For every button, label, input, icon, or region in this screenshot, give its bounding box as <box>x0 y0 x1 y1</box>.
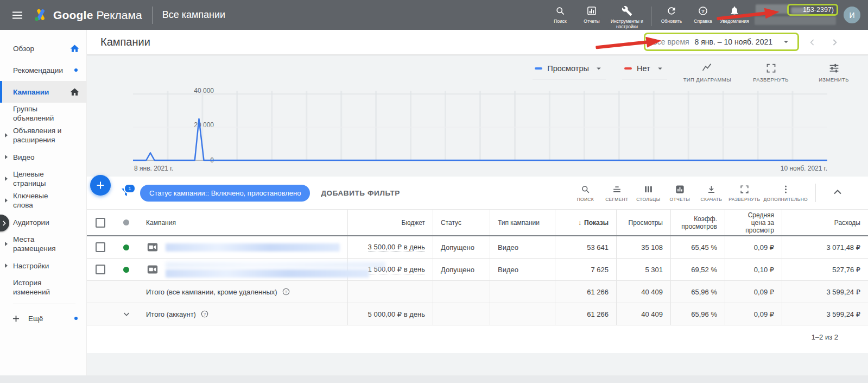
sort-desc-icon: ↓ <box>578 219 581 227</box>
date-prev-button[interactable] <box>807 37 818 48</box>
sidebar-item-4[interactable]: Объявления и расширения <box>0 124 86 146</box>
col-header-1[interactable]: Бюджет <box>347 210 433 235</box>
totals-impressions: 61 266 <box>555 281 616 303</box>
plus-icon <box>94 179 106 191</box>
sidebar-item-2[interactable]: Кампании <box>0 81 86 103</box>
menu-icon[interactable] <box>11 9 24 22</box>
checkbox[interactable] <box>96 218 105 228</box>
topbar-reports-button[interactable]: Отчеты <box>576 5 607 24</box>
expand-account-row-button[interactable] <box>122 309 131 319</box>
tool-search-button[interactable]: ПОИСК <box>571 184 599 202</box>
campaign-name-redacted[interactable] <box>166 262 385 278</box>
sidebar-item-8[interactable]: Аудитории <box>0 211 86 233</box>
tool-label: СЕГМЕНТ <box>605 197 628 202</box>
col-header-4[interactable]: ↓Показы <box>555 210 616 235</box>
campaign-name-redacted[interactable] <box>166 243 340 252</box>
primary-metric-select[interactable]: Просмотры <box>533 61 606 79</box>
topbar-help-button[interactable]: ?Справка <box>687 5 719 24</box>
chart-expand-button[interactable]: РАЗВЕРНУТЬ <box>747 61 794 83</box>
google-ads-logo[interactable] <box>34 8 48 22</box>
col-header-3[interactable]: Тип кампании <box>490 210 555 235</box>
sidebar-item-0[interactable]: Обзор <box>0 37 86 59</box>
filter-chip-campaign-status[interactable]: Статус кампании:: Включено, приостановле… <box>140 185 310 202</box>
tool-expand-button[interactable]: РАЗВЕРНУТЬ <box>728 184 760 202</box>
totals-impressions: 61 266 <box>555 303 616 325</box>
status-enabled-dot[interactable] <box>123 244 129 250</box>
sidebar-item-11[interactable]: История изменений <box>0 277 86 298</box>
sidebar-item-6[interactable]: Целевые страницы <box>0 168 86 190</box>
expand-icon <box>739 184 750 194</box>
video-campaign-icon <box>146 242 159 253</box>
budget-value[interactable]: 3 500,00 ₽ в день <box>368 243 425 252</box>
campaign-row-1[interactable]: 3 500,00 ₽ в день Допущено Видео 53 641 … <box>87 236 868 259</box>
col-header-5[interactable]: Просмотры <box>616 210 670 235</box>
expand-icon <box>765 62 777 74</box>
x-axis-start-label: 8 янв. 2021 г. <box>134 165 173 172</box>
topbar-refresh-button[interactable]: Обновить <box>656 5 687 24</box>
chev-right-glyph <box>829 37 840 48</box>
sidebar-item-label: Объявления и расширения <box>13 126 67 145</box>
secondary-metric-label: Нет <box>637 64 650 73</box>
primary-metric-label: Просмотры <box>547 64 589 73</box>
totals-budget: 5 000,00 ₽ в день <box>347 303 433 325</box>
account-email-redacted <box>755 16 836 25</box>
sidebar-item-label: Обзор <box>13 44 34 53</box>
views-line-chart <box>133 91 827 161</box>
col-header-8[interactable]: Расходы <box>782 210 868 235</box>
tool-more-button[interactable]: ДОПОЛНИТЕЛЬНО <box>764 184 808 202</box>
topbar-search-button[interactable]: Поиск <box>544 5 576 24</box>
chev-right-glyph <box>0 219 8 228</box>
chart-tune-button[interactable]: ИЗМЕНИТЬ <box>810 61 857 83</box>
help-circle-icon: ? <box>282 287 290 296</box>
date-next-button[interactable] <box>829 37 840 48</box>
add-filter-button[interactable]: ДОБАВИТЬ ФИЛЬТР <box>321 189 400 197</box>
select-all-checkbox[interactable] <box>87 210 114 235</box>
secondary-metric-select[interactable]: Нет <box>622 61 667 79</box>
topbar-tools-button[interactable]: Инструменты и настройки <box>607 5 647 29</box>
sidebar-item-10[interactable]: Настройки <box>0 255 86 277</box>
context-title: Все кампании <box>162 9 225 21</box>
filter-funnel-button[interactable]: 1 <box>119 186 132 199</box>
row-checkbox[interactable] <box>96 265 105 274</box>
collapse-toolbar-button[interactable] <box>831 186 844 199</box>
avatar[interactable]: И <box>844 7 860 23</box>
sidebar-item-5[interactable]: Видео <box>0 146 86 168</box>
chev-left-glyph <box>807 37 818 48</box>
impressions-value: 7 625 <box>555 259 616 280</box>
sidebar-item-9[interactable]: Места размещения <box>0 233 86 255</box>
cost-value: 3 071,48 ₽ <box>782 236 868 258</box>
segment-icon <box>612 184 622 194</box>
sidebar-item-7[interactable]: Ключевые слова <box>0 190 86 211</box>
status-enabled-dot[interactable] <box>123 267 129 273</box>
new-campaign-fab[interactable] <box>90 175 111 196</box>
totals-row-2: Итого (аккаунт)? 5 000,00 ₽ в день 61 26… <box>87 303 868 325</box>
tool-reports-filled-button[interactable]: ОТЧЕТЫ <box>666 184 694 202</box>
row-checkbox[interactable] <box>96 242 105 252</box>
campaign-type-value: Видео <box>490 259 555 280</box>
views-value: 35 108 <box>616 236 670 258</box>
account-info[interactable]: 153-2397) <box>753 4 838 27</box>
topbar-bell-button[interactable]: Уведомления <box>719 5 750 24</box>
filter-count-badge: 1 <box>124 184 136 193</box>
sidebar-item-label: История изменений <box>13 278 67 297</box>
date-range: 8 янв. – 10 нояб. 2021 <box>695 37 772 46</box>
col-header-7[interactable]: Средняя цена за просмотр <box>725 210 782 235</box>
sidebar-item-more[interactable]: Ещё <box>0 307 86 329</box>
campaign-row-2[interactable]: 1 500,00 ₽ в день Допущено Видео 7 625 5… <box>87 259 868 281</box>
plus-glyph <box>11 313 21 324</box>
chart-plot-area[interactable] <box>133 91 827 161</box>
tool-segment-button[interactable]: СЕГМЕНТ <box>603 184 631 202</box>
date-range-picker[interactable]: Все время 8 янв. – 10 нояб. 2021 <box>644 33 799 51</box>
col-header-campaign[interactable]: Кампания <box>138 210 347 235</box>
chart-chart-type-button[interactable]: ТИП ДИАГРАММЫ <box>683 61 731 83</box>
col-header-6[interactable]: Коэфф. просмотров <box>670 210 725 235</box>
tool-label: ОТЧЕТЫ <box>670 197 690 202</box>
col-header-2[interactable]: Статус <box>433 210 490 235</box>
tool-download-button[interactable]: СКАЧАТЬ <box>697 184 725 202</box>
sidebar-item-3[interactable]: Группы объявлений <box>0 103 86 124</box>
totals-budget <box>347 281 433 303</box>
sidebar-item-1[interactable]: Рекомендации <box>0 59 86 81</box>
sidebar-item-label: Рекомендации <box>13 66 63 75</box>
tool-columns-button[interactable]: СТОЛБЦЫ <box>634 184 662 202</box>
caret-down-icon <box>594 64 604 73</box>
